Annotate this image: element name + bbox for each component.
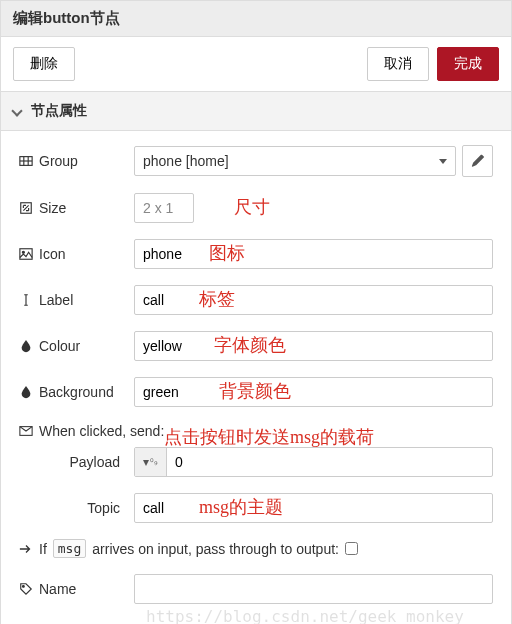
chevron-down-icon <box>11 105 22 116</box>
done-button[interactable]: 完成 <box>437 47 499 81</box>
row-icon: Icon 图标 <box>19 239 493 269</box>
text-cursor-icon <box>19 293 33 307</box>
topic-input[interactable] <box>134 493 493 523</box>
edit-group-button[interactable] <box>462 145 493 177</box>
msg-code: msg <box>53 539 86 558</box>
name-input[interactable] <box>134 574 493 604</box>
watermark: https://blog.csdn.net/geek_monkey <box>146 607 464 624</box>
icon-input[interactable] <box>134 239 493 269</box>
payload-input[interactable] <box>134 447 493 477</box>
caret-down-icon <box>439 159 447 164</box>
row-name: Name <box>19 574 493 604</box>
row-background: Background 背景颜色 <box>19 377 493 407</box>
icon-label: Icon <box>19 246 134 262</box>
topic-label: Topic <box>19 500 134 516</box>
label-label: Label <box>19 292 134 308</box>
colour-label: Colour <box>19 338 134 354</box>
row-group: Group phone [home] <box>19 145 493 177</box>
label-input[interactable] <box>134 285 493 315</box>
panel-title: 编辑button节点 <box>1 1 511 37</box>
action-bar: 删除 取消 完成 <box>1 37 511 92</box>
row-passthrough: If msg arrives on input, pass through to… <box>19 539 493 558</box>
delete-button[interactable]: 删除 <box>13 47 75 81</box>
tint-icon <box>19 385 33 399</box>
row-label: Label 标签 <box>19 285 493 315</box>
envelope-icon <box>19 424 33 438</box>
arrow-right-icon <box>19 542 33 556</box>
svg-point-8 <box>23 586 25 588</box>
background-label: Background <box>19 384 134 400</box>
colour-input[interactable] <box>134 331 493 361</box>
passthrough-checkbox[interactable] <box>345 542 358 555</box>
grid-icon <box>19 154 33 168</box>
cancel-button[interactable]: 取消 <box>367 47 429 81</box>
svg-point-6 <box>22 251 24 253</box>
payload-label: Payload <box>19 454 134 470</box>
row-colour: Colour 字体颜色 <box>19 331 493 361</box>
payload-type-toggle[interactable]: ▾ ⁰₉ <box>135 448 167 476</box>
passthrough-prefix: If <box>39 541 47 557</box>
row-size: Size 尺寸 <box>19 193 493 223</box>
size-label: Size <box>19 200 134 216</box>
form-body: Group phone [home] Size 尺寸 <box>1 131 511 624</box>
section-header[interactable]: 节点属性 <box>1 92 511 131</box>
background-input[interactable] <box>134 377 493 407</box>
section-title: 节点属性 <box>31 102 87 120</box>
tint-icon <box>19 339 33 353</box>
row-topic: Topic msg的主题 <box>19 493 493 523</box>
number-type-icon: ⁰₉ <box>150 457 158 467</box>
group-label: Group <box>19 153 134 169</box>
when-clicked-label: When clicked, send: <box>39 423 164 439</box>
passthrough-suffix: arrives on input, pass through to output… <box>92 541 339 557</box>
row-when-clicked: When clicked, send: <box>19 423 493 439</box>
group-select[interactable]: phone [home] <box>134 146 456 176</box>
name-label: Name <box>19 581 134 597</box>
resize-icon <box>19 201 33 215</box>
edit-panel: 编辑button节点 删除 取消 完成 节点属性 Group phone [ho… <box>0 0 512 624</box>
row-payload: Payload ▾ ⁰₉ 点击按钮时发送msg的载荷 <box>19 447 493 477</box>
chevron-icon: ▾ <box>143 455 149 469</box>
size-input[interactable] <box>134 193 194 223</box>
image-icon <box>19 247 33 261</box>
tag-icon <box>19 582 33 596</box>
pencil-icon <box>471 154 485 168</box>
